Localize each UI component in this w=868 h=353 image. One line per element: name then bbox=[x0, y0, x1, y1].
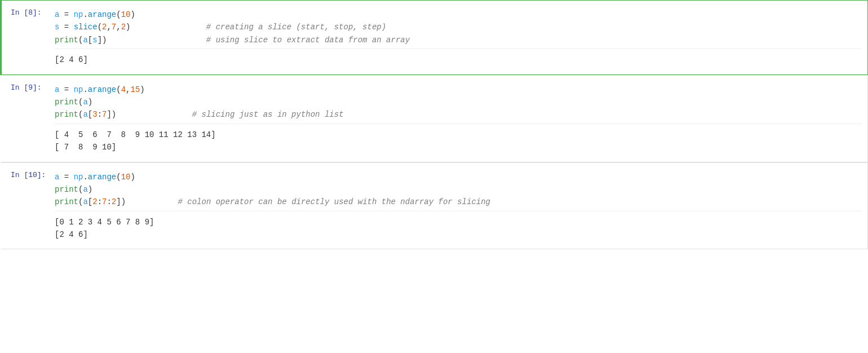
code-token: a bbox=[83, 110, 87, 119]
code-token: a bbox=[83, 185, 87, 194]
code-token: ( bbox=[116, 10, 121, 19]
code-token: ]) bbox=[98, 36, 107, 45]
code-token: slice bbox=[74, 23, 98, 32]
code-block-cell10: a = np.arange(10)print(a)print(a[2:7:2])… bbox=[55, 169, 862, 211]
code-token: [ bbox=[88, 110, 92, 119]
code-token: print bbox=[55, 110, 78, 119]
code-token: np bbox=[74, 85, 83, 94]
code-line: a = np.arange(10) bbox=[55, 171, 862, 183]
cell-content-cell8: a = np.arange(10)s = slice(2,7,2) # crea… bbox=[52, 1, 867, 74]
code-token: 4 bbox=[121, 85, 126, 94]
output-line: [0 1 2 3 4 5 6 7 8 9] bbox=[55, 216, 862, 228]
cell-cell8[interactable]: In [8]:a = np.arange(10)s = slice(2,7,2)… bbox=[0, 0, 868, 75]
code-token: a bbox=[83, 98, 87, 107]
code-token: , bbox=[116, 23, 121, 32]
cell-label-cell9: In [9]: bbox=[2, 76, 52, 99]
code-token: arange bbox=[88, 173, 116, 182]
cell-label-cell10: In [10]: bbox=[2, 163, 52, 186]
code-token: np bbox=[74, 173, 83, 182]
code-token: 15 bbox=[130, 85, 140, 94]
code-line: a = np.arange(10) bbox=[55, 8, 862, 21]
code-token: a bbox=[83, 197, 87, 206]
code-token: 2 bbox=[92, 197, 97, 206]
code-token: = bbox=[59, 173, 73, 182]
code-token: 10 bbox=[121, 10, 131, 19]
code-token: print bbox=[55, 36, 78, 45]
code-token: [ bbox=[88, 36, 92, 45]
output-block-cell9: [ 4 5 6 7 8 9 10 11 12 13 14][ 7 8 9 10] bbox=[55, 124, 862, 156]
code-token: : bbox=[98, 110, 102, 119]
code-token: [ bbox=[88, 197, 92, 206]
code-token: : bbox=[98, 197, 102, 206]
code-line: print(a) bbox=[55, 96, 862, 108]
code-token: print bbox=[55, 197, 78, 206]
output-line: [2 4 6] bbox=[55, 54, 862, 66]
code-token: ( bbox=[116, 173, 121, 182]
cell-cell9[interactable]: In [9]:a = np.arange(4,15)print(a)print(… bbox=[0, 75, 868, 162]
cell-label-cell8: In [8]: bbox=[2, 1, 52, 24]
code-token: 7 bbox=[112, 23, 116, 32]
cell-cell10[interactable]: In [10]:a = np.arange(10)print(a)print(a… bbox=[0, 162, 868, 250]
output-block-cell8: [2 4 6] bbox=[55, 49, 862, 68]
code-token: ( bbox=[98, 23, 102, 32]
cell-content-cell9: a = np.arange(4,15)print(a)print(a[3:7])… bbox=[52, 76, 867, 162]
code-token: ) bbox=[88, 185, 92, 194]
code-token: np bbox=[74, 10, 83, 19]
code-token: 10 bbox=[121, 173, 131, 182]
code-line: print(a[2:7:2]) # colon operator can be … bbox=[55, 196, 862, 208]
code-token: 2 bbox=[112, 197, 116, 206]
code-token: , bbox=[107, 23, 111, 32]
code-token: # colon operator can be directly used wi… bbox=[126, 197, 490, 206]
code-token: . bbox=[83, 173, 87, 182]
cell-content-cell10: a = np.arange(10)print(a)print(a[2:7:2])… bbox=[52, 163, 867, 249]
code-line: print(a[s]) # using slice to extract dat… bbox=[55, 34, 862, 46]
code-token: ) bbox=[130, 173, 135, 182]
output-line: [ 4 5 6 7 8 9 10 11 12 13 14] bbox=[55, 129, 862, 141]
code-token: ) bbox=[88, 98, 92, 107]
code-token: . bbox=[83, 10, 87, 19]
output-line: [2 4 6] bbox=[55, 228, 862, 241]
code-token: print bbox=[55, 98, 78, 107]
code-line: print(a[3:7]) # slicing just as in pytho… bbox=[55, 108, 862, 121]
output-line: [ 7 8 9 10] bbox=[55, 141, 862, 153]
code-line: s = slice(2,7,2) # creating a slice (sta… bbox=[55, 21, 862, 33]
code-token: ) bbox=[130, 10, 135, 19]
code-token: # using slice to extract data from an ar… bbox=[107, 36, 410, 45]
code-token: # creating a slice (start, stop, step) bbox=[130, 23, 386, 32]
code-token: arange bbox=[88, 85, 116, 94]
code-line: print(a) bbox=[55, 183, 862, 196]
notebook: In [8]:a = np.arange(10)s = slice(2,7,2)… bbox=[0, 0, 868, 249]
code-token: . bbox=[83, 85, 87, 94]
code-block-cell9: a = np.arange(4,15)print(a)print(a[3:7])… bbox=[55, 81, 862, 124]
code-token: = bbox=[59, 23, 73, 32]
code-token: print bbox=[55, 185, 78, 194]
code-token: 3 bbox=[92, 110, 97, 119]
code-token: s bbox=[92, 36, 97, 45]
output-block-cell10: [0 1 2 3 4 5 6 7 8 9][2 4 6] bbox=[55, 211, 862, 244]
code-token: ]) bbox=[116, 197, 126, 206]
code-token: = bbox=[59, 10, 73, 19]
code-token: ) bbox=[140, 85, 144, 94]
code-line: a = np.arange(4,15) bbox=[55, 83, 862, 96]
code-token: # slicing just as in python list bbox=[116, 110, 343, 119]
code-token: = bbox=[59, 85, 73, 94]
code-token: arange bbox=[88, 10, 116, 19]
code-token: : bbox=[107, 197, 111, 206]
code-token: ( bbox=[116, 85, 121, 94]
code-token: 2 bbox=[121, 23, 126, 32]
code-token: ]) bbox=[107, 110, 116, 119]
code-block-cell8: a = np.arange(10)s = slice(2,7,2) # crea… bbox=[55, 6, 862, 49]
code-token: a bbox=[83, 36, 87, 45]
